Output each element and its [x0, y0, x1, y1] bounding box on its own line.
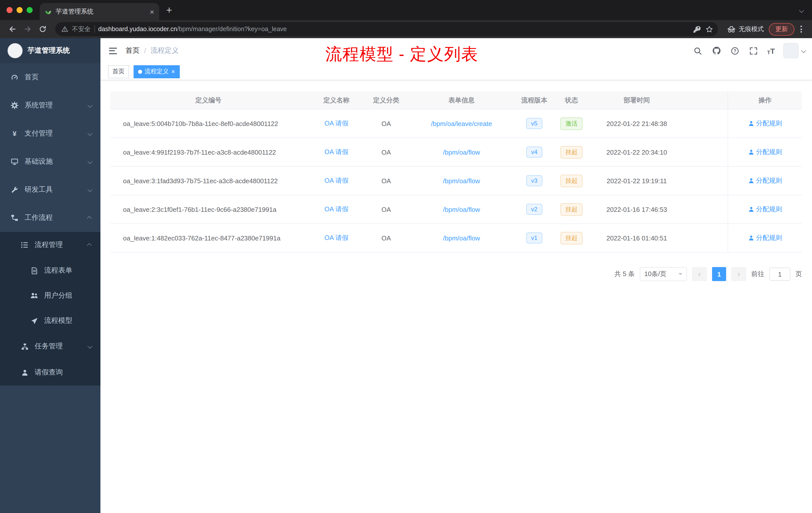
prev-page-button[interactable]: ‹: [692, 267, 707, 281]
sidebar-item-infrastructure[interactable]: 基础设施: [0, 148, 100, 176]
version-badge: v1: [526, 233, 542, 243]
sidebar-item-devtools[interactable]: 研发工具: [0, 176, 100, 204]
page-size-value: 10条/页: [644, 270, 666, 279]
tag-process-definition[interactable]: 流程定义 ×: [134, 65, 179, 78]
screenshot-root: 芋道管理系统 × + 不安全 dashboard.yudao.iocoder.c…: [0, 0, 812, 513]
next-page-button[interactable]: ›: [731, 267, 746, 281]
sidebar-item-label: 任务管理: [35, 342, 63, 351]
url-domain: dashboard.yudao.iocoder.cn: [98, 26, 177, 33]
column-header: 定义名称: [306, 96, 367, 105]
font-size-icon[interactable]: TT: [767, 47, 775, 55]
cell-version: v4: [517, 147, 551, 158]
browser-tab[interactable]: 芋道管理系统 ×: [40, 3, 159, 20]
assign-rule-link[interactable]: 分配规则: [748, 119, 782, 128]
cell-definition-name: OA 请假: [306, 176, 367, 185]
form-link[interactable]: /bpm/oa/flow: [443, 177, 480, 184]
chevron-down-icon: [88, 187, 93, 192]
cell-category: OA: [367, 206, 406, 213]
sidebar-item-system[interactable]: 系统管理: [0, 91, 100, 119]
definition-name-link[interactable]: OA 请假: [324, 148, 348, 156]
sidebar-item-label: 流程模型: [44, 316, 72, 325]
form-link[interactable]: /bpm/oa/flow: [443, 206, 480, 213]
security-label[interactable]: 不安全: [72, 25, 91, 33]
form-link[interactable]: /bpm/oa/flow: [443, 234, 480, 242]
help-icon[interactable]: ?: [730, 46, 740, 56]
page-size-select[interactable]: 10条/页: [640, 267, 687, 281]
column-header: 部署时间: [591, 96, 682, 105]
status-badge: 挂起: [560, 232, 582, 244]
form-link[interactable]: /bpm/oa/flow: [443, 148, 480, 156]
close-window-button[interactable]: [6, 7, 12, 13]
sidebar-item-user-group[interactable]: 用户分组: [0, 283, 100, 308]
browser-menu-icon[interactable]: [796, 26, 806, 33]
group-icon: [30, 292, 38, 300]
sidebar-item-process-model[interactable]: 流程模型: [0, 308, 100, 333]
cell-category: OA: [367, 148, 406, 156]
chrome-update-button[interactable]: 更新: [769, 23, 794, 35]
definition-name-link[interactable]: OA 请假: [324, 177, 348, 184]
cell-version: v2: [517, 204, 551, 215]
tab-search-chevron-icon[interactable]: [800, 5, 803, 14]
definition-table: 定义编号 定义名称 定义分类 表单信息 流程版本 状态 部署时间 操作 oa_l…: [111, 91, 802, 252]
pagination-total: 共 5 条: [614, 270, 635, 279]
status-badge: 激活: [560, 117, 582, 130]
breadcrumb-home[interactable]: 首页: [125, 46, 140, 55]
cell-deploy-time: 2022-01-22 21:48:38: [591, 120, 682, 127]
version-badge: v4: [526, 147, 542, 158]
assign-rule-link[interactable]: 分配规则: [748, 233, 782, 242]
tag-label: 首页: [113, 67, 124, 76]
status-badge: 挂起: [560, 146, 582, 158]
minimize-window-button[interactable]: [17, 7, 23, 13]
column-header: 状态: [551, 96, 591, 105]
sidebar-item-task-mgmt[interactable]: 任务管理: [0, 333, 100, 359]
zoom-window-button[interactable]: [27, 7, 33, 13]
status-badge: 挂起: [560, 203, 582, 216]
goto-page-input[interactable]: [769, 268, 790, 280]
search-icon[interactable]: [693, 46, 703, 56]
column-header: 定义编号: [111, 96, 306, 105]
chevron-up-icon: [87, 243, 92, 248]
url-text[interactable]: dashboard.yudao.iocoder.cn/bpm/manager/d…: [98, 26, 690, 33]
reload-button[interactable]: [36, 23, 49, 36]
user-avatar-menu[interactable]: [783, 43, 805, 58]
security-warning-icon[interactable]: [61, 26, 68, 33]
sidebar-logo[interactable]: 芋道管理系统: [0, 38, 100, 63]
tag-home[interactable]: 首页: [108, 65, 129, 78]
page-number-button[interactable]: 1: [712, 267, 726, 281]
sidebar-item-workflow[interactable]: 工作流程: [0, 204, 100, 232]
tag-label: 流程定义: [145, 67, 169, 76]
sidebar-item-process-form[interactable]: 流程表单: [0, 258, 100, 283]
sidebar-item-leave-query[interactable]: 请假查询: [0, 359, 100, 386]
cell-version: v5: [517, 118, 551, 129]
sidebar-item-payment[interactable]: ¥ 支付管理: [0, 119, 100, 148]
sidebar-item-process-mgmt[interactable]: 流程管理: [0, 232, 100, 258]
form-icon: [30, 267, 38, 275]
yen-icon: ¥: [10, 129, 19, 138]
svg-text:?: ?: [734, 48, 736, 53]
hamburger-icon[interactable]: [100, 48, 125, 54]
definition-name-link[interactable]: OA 请假: [324, 119, 348, 127]
bookmark-star-icon[interactable]: [705, 25, 713, 33]
forward-button[interactable]: [21, 23, 34, 36]
definition-name-link[interactable]: OA 请假: [324, 234, 348, 241]
assign-rule-link[interactable]: 分配规则: [748, 176, 782, 185]
new-tab-button[interactable]: +: [166, 4, 172, 16]
definition-name-link[interactable]: OA 请假: [324, 205, 348, 213]
address-bar[interactable]: 不安全 dashboard.yudao.iocoder.cn/bpm/manag…: [55, 22, 718, 36]
tab-title: 芋道管理系统: [56, 7, 146, 16]
fullscreen-icon[interactable]: [749, 46, 758, 56]
github-icon[interactable]: [711, 46, 721, 56]
form-link[interactable]: /bpm/oa/leave/create: [431, 120, 492, 127]
incognito-label: 无痕模式: [739, 25, 764, 33]
assign-rule-link[interactable]: 分配规则: [748, 205, 782, 214]
password-key-icon[interactable]: [693, 25, 700, 33]
back-button[interactable]: [6, 23, 19, 36]
cell-category: OA: [367, 177, 406, 184]
sidebar-item-label: 流程管理: [35, 240, 63, 249]
cell-status: 挂起: [551, 232, 591, 244]
tag-close-icon[interactable]: ×: [171, 68, 175, 75]
assign-rule-link[interactable]: 分配规则: [748, 148, 782, 157]
tab-close-icon[interactable]: ×: [150, 7, 154, 16]
sidebar-item-home[interactable]: 首页: [0, 63, 100, 91]
cell-version: v3: [517, 175, 551, 186]
